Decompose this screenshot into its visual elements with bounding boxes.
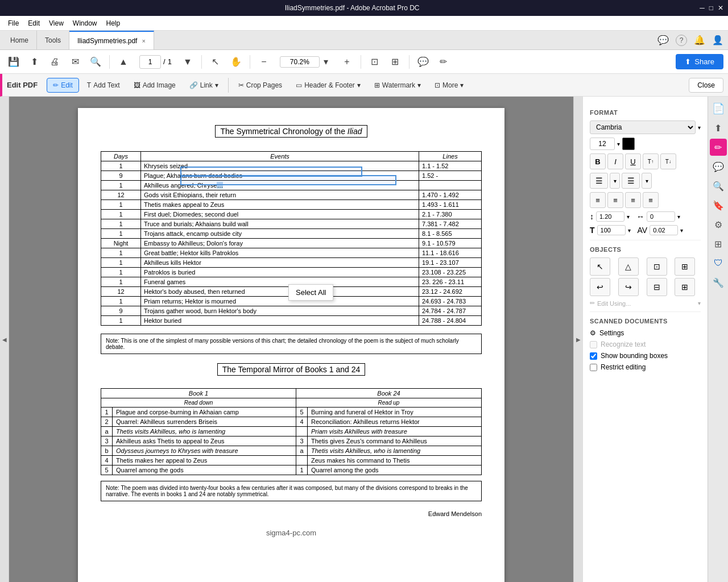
show-bounding-checkbox[interactable]: [590, 352, 597, 360]
kerning-input[interactable]: [650, 225, 678, 235]
line-spacing-input[interactable]: [596, 211, 624, 222]
header-footer-button[interactable]: ▭ Header & Footer ▾: [290, 78, 366, 92]
align-left-button[interactable]: ≡: [590, 192, 606, 208]
menu-window[interactable]: Window: [68, 18, 102, 28]
obj-copy-btn[interactable]: ⊟: [647, 278, 667, 296]
subscript-button[interactable]: T↓: [660, 153, 676, 169]
menu-edit[interactable]: Edit: [23, 18, 44, 28]
share-button[interactable]: ⬆ Share: [676, 54, 723, 69]
list-dropdown1[interactable]: ▾: [610, 173, 620, 189]
text-color-swatch[interactable]: [622, 138, 635, 150]
add-image-button[interactable]: 🖼 Add Image: [128, 78, 181, 92]
sidebar-bookmark-icon[interactable]: 🔖: [710, 197, 727, 214]
bold-button[interactable]: B: [590, 153, 606, 169]
obj-export-btn[interactable]: ⊞: [675, 278, 695, 296]
bell-icon[interactable]: 🔔: [694, 35, 705, 45]
print-button[interactable]: 🖨: [46, 53, 64, 71]
char-spacing-input[interactable]: [647, 211, 675, 222]
sidebar-security-icon[interactable]: 🛡: [710, 255, 727, 272]
prev-page-button[interactable]: ▲: [114, 53, 133, 71]
sidebar-settings-icon[interactable]: ⚙: [710, 216, 727, 233]
menu-view[interactable]: View: [44, 18, 68, 28]
recognize-text-label[interactable]: Recognize text: [590, 340, 701, 348]
page-input[interactable]: [139, 55, 161, 69]
menu-file[interactable]: File: [3, 18, 23, 28]
tab-home[interactable]: Home: [2, 31, 37, 49]
select-all-popup[interactable]: Select All: [288, 284, 333, 301]
obj-undo-btn[interactable]: ↩: [590, 278, 610, 296]
settings-label[interactable]: Settings: [599, 329, 624, 337]
font-scale-input[interactable]: [597, 225, 626, 235]
obj-shape-btn[interactable]: △: [618, 257, 639, 276]
font-scale-dropdown[interactable]: ▾: [628, 227, 631, 234]
edit-tool-button[interactable]: ✏ Edit: [47, 78, 79, 93]
more-button[interactable]: ⊡ More ▾: [429, 78, 469, 92]
zoom-in-button[interactable]: +: [338, 53, 356, 71]
sidebar-search-icon[interactable]: 🔍: [710, 177, 727, 194]
font-select[interactable]: Cambria: [590, 120, 696, 134]
pen-button[interactable]: ✏: [435, 53, 453, 71]
close-btn[interactable]: ✕: [718, 4, 723, 12]
edit-using-label[interactable]: Edit Using...: [597, 300, 631, 307]
recognize-text-checkbox[interactable]: [590, 341, 597, 348]
hand-tool-button[interactable]: ✋: [227, 53, 245, 71]
list-dropdown2[interactable]: ▾: [642, 173, 652, 189]
kerning-dropdown[interactable]: ▾: [680, 227, 683, 234]
upload-button[interactable]: ⬆: [25, 53, 43, 71]
underline-button[interactable]: U: [625, 153, 641, 169]
align-justify-button[interactable]: ≡: [643, 192, 659, 208]
sidebar-comment-icon[interactable]: 💬: [710, 158, 727, 175]
next-page-button[interactable]: ▼: [179, 53, 197, 71]
sidebar-tools-icon[interactable]: 🔧: [710, 274, 727, 291]
cursor-tool-button[interactable]: ↖: [206, 53, 225, 71]
zoom-out-button[interactable]: −: [255, 53, 273, 71]
zoom-display[interactable]: 70.2%: [280, 56, 320, 68]
crop-pages-button[interactable]: ✂ Crop Pages: [233, 78, 288, 92]
comment-button[interactable]: 💬: [414, 53, 432, 71]
obj-select-btn[interactable]: ↖: [590, 257, 610, 276]
add-text-button[interactable]: T Add Text: [81, 78, 126, 92]
tab-document[interactable]: IliadSymmetries.pdf ×: [69, 31, 154, 49]
align-center-button[interactable]: ≡: [607, 192, 623, 208]
pdf-viewer[interactable]: Select All The Symmetrical Chronology of…: [9, 97, 573, 582]
maximize-btn[interactable]: □: [709, 4, 713, 12]
sidebar-edit-icon[interactable]: ✏: [710, 139, 727, 156]
superscript-button[interactable]: T↑: [643, 153, 659, 169]
email-button[interactable]: ✉: [66, 53, 84, 71]
align-right-button[interactable]: ≡: [625, 192, 641, 208]
scan-button[interactable]: ⊞: [386, 53, 404, 71]
obj-arrange-btn[interactable]: ⊞: [675, 257, 695, 276]
watermark-button[interactable]: ⊞ Watermark ▾: [369, 78, 427, 92]
marquee-zoom-button[interactable]: ⊡: [366, 53, 384, 71]
font-size-box[interactable]: 12: [590, 138, 615, 150]
tab-close-icon[interactable]: ×: [142, 38, 145, 44]
ordered-list-button[interactable]: ☰: [622, 173, 640, 189]
tab-tools[interactable]: Tools: [37, 31, 69, 49]
obj-crop-btn[interactable]: ⊡: [647, 257, 667, 276]
right-panel-collapse[interactable]: ▶: [573, 97, 582, 582]
edit-using-dropdown[interactable]: ▾: [698, 300, 701, 306]
menu-help[interactable]: Help: [102, 18, 125, 28]
line-spacing-dropdown[interactable]: ▾: [627, 214, 630, 220]
bullet-list-button[interactable]: ☰: [590, 173, 608, 189]
close-edit-button[interactable]: Close: [689, 78, 723, 93]
obj-redo-btn[interactable]: ↪: [618, 278, 639, 296]
help-icon[interactable]: ?: [676, 35, 687, 46]
restrict-editing-label[interactable]: Restrict editing: [590, 363, 701, 371]
link-button[interactable]: 🔗 Link ▾: [184, 78, 224, 92]
sidebar-share-icon[interactable]: ⬆: [710, 119, 727, 136]
avatar-icon[interactable]: 👤: [712, 35, 723, 45]
search-button[interactable]: 🔍: [86, 53, 105, 71]
italic-button[interactable]: I: [607, 153, 623, 169]
save-button[interactable]: 💾: [5, 53, 23, 71]
left-panel-collapse[interactable]: ◀: [0, 97, 9, 582]
sidebar-pdf-icon[interactable]: 📄: [710, 100, 727, 117]
show-bounding-label[interactable]: Show bounding boxes: [590, 352, 701, 360]
minimize-btn[interactable]: ─: [700, 4, 705, 12]
table-row: 1Khryseis seized1.1 - 1.52: [101, 161, 482, 171]
restrict-editing-checkbox[interactable]: [590, 364, 597, 371]
zoom-dropdown-button[interactable]: ▾: [321, 53, 331, 71]
sidebar-layers-icon[interactable]: ⊞: [710, 235, 727, 252]
chat-icon[interactable]: 💬: [657, 35, 669, 45]
char-spacing-dropdown[interactable]: ▾: [677, 214, 680, 220]
